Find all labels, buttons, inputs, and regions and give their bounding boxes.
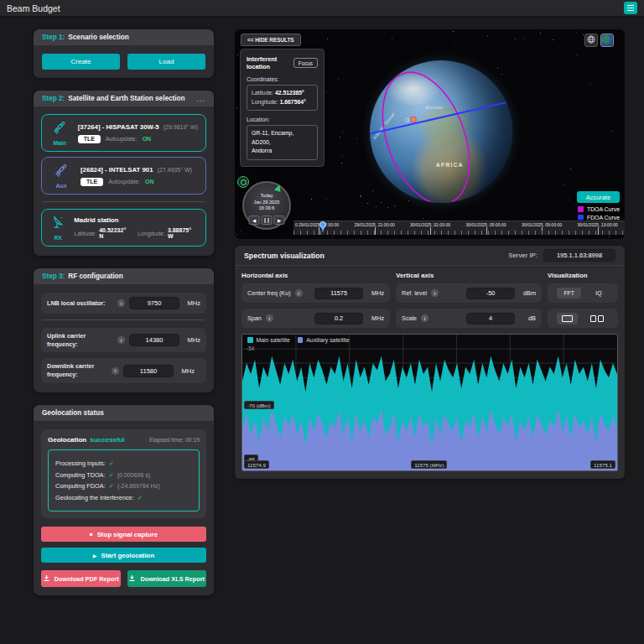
create-scenario-button[interactable]: Create bbox=[42, 54, 120, 70]
tdoa-curve bbox=[366, 60, 486, 216]
spectrum-header: Spectrum visualization Server IP: bbox=[235, 246, 625, 266]
span-label: Span bbox=[247, 314, 262, 322]
location-box: GR-11, Encamp, AD200, Andorra bbox=[247, 125, 318, 160]
uplink-input[interactable] bbox=[129, 334, 179, 346]
main-satellite-card[interactable]: Main [37264] - HISPASAT 30W-5 (29.9819° … bbox=[41, 114, 206, 152]
fft-toggle-button[interactable]: FFT bbox=[557, 288, 580, 299]
autoupdate-status: ON bbox=[145, 179, 154, 184]
step3-panel: Step 3: RF configuration LNB local oscil… bbox=[34, 268, 214, 392]
iq-toggle-button[interactable]: IQ bbox=[589, 288, 608, 299]
step-forward-button[interactable]: ▶ bbox=[274, 216, 285, 225]
stop-icon: ■ bbox=[90, 532, 93, 537]
lnb-input[interactable] bbox=[129, 297, 179, 309]
spectrum-title: Spectrum visualization bbox=[244, 252, 325, 260]
satellite-icon bbox=[52, 120, 68, 139]
earth-station-card[interactable]: RX Madrid station Latitude: 40.52232° N … bbox=[41, 209, 206, 247]
aux-satellite-tle-button[interactable]: TLE bbox=[80, 178, 103, 186]
pause-button[interactable] bbox=[262, 216, 273, 225]
vertical-axis-label: Vertical axis bbox=[396, 272, 542, 279]
clock-icon-button[interactable] bbox=[237, 176, 249, 188]
step2-menu-icon[interactable]: ... bbox=[196, 97, 205, 101]
view-mode-button[interactable] bbox=[584, 34, 598, 47]
dish-antenna-icon bbox=[50, 215, 66, 234]
scale-label: Scale bbox=[402, 314, 417, 322]
fdoa-swatch bbox=[578, 215, 584, 221]
single-window-button[interactable] bbox=[557, 313, 578, 325]
start-geolocation-button[interactable]: ▶ Start geolocation bbox=[41, 548, 206, 563]
app-title: Beam Budget bbox=[7, 3, 60, 13]
hide-results-button[interactable]: << HIDE RESULTS bbox=[241, 34, 301, 46]
ref-level-group: Ref. level i dBm bbox=[396, 283, 542, 303]
info-icon[interactable]: i bbox=[295, 289, 303, 297]
info-icon[interactable]: i bbox=[117, 336, 125, 344]
focus-button[interactable]: Focus bbox=[293, 58, 318, 68]
server-ip-input[interactable] bbox=[543, 249, 615, 262]
main-satellite-role: Main bbox=[54, 140, 66, 146]
split-window-button[interactable] bbox=[585, 313, 609, 325]
geolocation-panel: Geolocation status Geolocation successfu… bbox=[34, 405, 214, 596]
main-satellite-swatch bbox=[247, 337, 253, 343]
chart-legend: Main satellite Auxiliary satellite bbox=[247, 337, 350, 343]
info-icon[interactable]: i bbox=[117, 299, 125, 307]
load-scenario-button[interactable]: Load bbox=[127, 54, 205, 70]
download-pdf-button[interactable]: Download PDF Report bbox=[41, 570, 121, 587]
ref-level-unit: dBm bbox=[519, 289, 536, 297]
scale-group: Scale i dB bbox=[396, 309, 542, 328]
aux-satellite-role: Aux bbox=[56, 183, 67, 189]
window-layout-group bbox=[548, 309, 618, 328]
tdoa-swatch bbox=[578, 206, 584, 212]
aux-satellite-name: [26824] - INTELSAT 901 bbox=[80, 166, 153, 174]
location-value-line2: Andorra bbox=[252, 147, 313, 156]
info-icon[interactable]: i bbox=[266, 314, 273, 322]
timeline-scrubber[interactable]: 0 29/01/2025, 17:00:0029/01/2025, 21:00:… bbox=[293, 221, 625, 235]
base-layer-picker-button[interactable] bbox=[600, 34, 614, 47]
autoupdate-status: ON bbox=[143, 136, 152, 142]
lnb-unit: MHz bbox=[184, 299, 200, 307]
center-freq-input[interactable] bbox=[314, 288, 363, 299]
download-xls-button[interactable]: Download XLS Report bbox=[127, 570, 207, 587]
span-input[interactable] bbox=[314, 313, 363, 325]
animation-dial[interactable]: Today Jan 29 2025 16:39:6 ◀ ▶ bbox=[242, 181, 291, 230]
lat-label: Latitude: bbox=[252, 90, 273, 96]
ref-level-input[interactable] bbox=[466, 288, 515, 299]
spectrum-chart-svg bbox=[242, 335, 617, 470]
curve-legend: TDOA Curve FDOA Curve bbox=[578, 206, 620, 222]
main-satellite-tle-button[interactable]: TLE bbox=[78, 135, 101, 143]
uplink-label: Uplink carrier frequency: bbox=[47, 332, 113, 348]
geo-status-value: successful bbox=[90, 436, 124, 444]
check-icon: ✓ bbox=[109, 482, 114, 490]
dial-line1: Today bbox=[244, 193, 289, 200]
geolocation-title: Geolocation status bbox=[42, 409, 104, 417]
dial-line2: Jan 29 2025 bbox=[244, 200, 289, 206]
visualization-label: Visualization bbox=[548, 272, 618, 279]
check-icon: ✓ bbox=[108, 471, 113, 479]
hamburger-menu-button[interactable] bbox=[624, 2, 637, 14]
info-icon[interactable]: i bbox=[112, 367, 119, 375]
y-axis-top-label: -54 bbox=[247, 345, 254, 351]
geo-status-label: Geolocation bbox=[48, 436, 86, 444]
stop-signal-capture-button[interactable]: ■ Stop signal capture bbox=[41, 527, 206, 542]
dial-pointer-icon bbox=[274, 184, 283, 192]
uplink-unit: MHz bbox=[184, 336, 200, 344]
aux-satellite-swatch bbox=[298, 337, 304, 343]
uplink-row: Uplink carrier frequency: i MHz bbox=[41, 328, 206, 352]
step2-label: Step 2: bbox=[42, 95, 65, 102]
scale-input[interactable] bbox=[466, 313, 515, 325]
aux-satellite-card[interactable]: Aux [26824] - INTELSAT 901 (27.4935° W) … bbox=[41, 157, 206, 195]
check-row: Processing inputs: ✓ bbox=[55, 460, 192, 467]
rf-divider bbox=[43, 319, 205, 320]
download-icon bbox=[43, 574, 50, 584]
check-row: Geolocating the interference: ✓ bbox=[55, 494, 192, 501]
step3-title: RF configuration bbox=[68, 273, 123, 280]
step-back-button[interactable]: ◀ bbox=[249, 216, 260, 225]
interferent-location-title: Interferent location bbox=[247, 55, 293, 70]
downlink-input[interactable] bbox=[123, 365, 174, 377]
step1-label: Step 1: bbox=[42, 34, 65, 41]
info-icon[interactable]: i bbox=[421, 314, 428, 322]
globe-viewport: Atlantic Ocean Europe AFRICA << HIDE RES… bbox=[235, 29, 625, 239]
current-time-marker[interactable] bbox=[319, 221, 326, 228]
info-icon[interactable]: i bbox=[431, 289, 439, 297]
location-value-line1: GR-11, Encamp, AD200, bbox=[252, 129, 313, 147]
geolocation-header: Geolocation status bbox=[34, 405, 214, 421]
longitude-value: 3.88875° W bbox=[168, 227, 191, 239]
